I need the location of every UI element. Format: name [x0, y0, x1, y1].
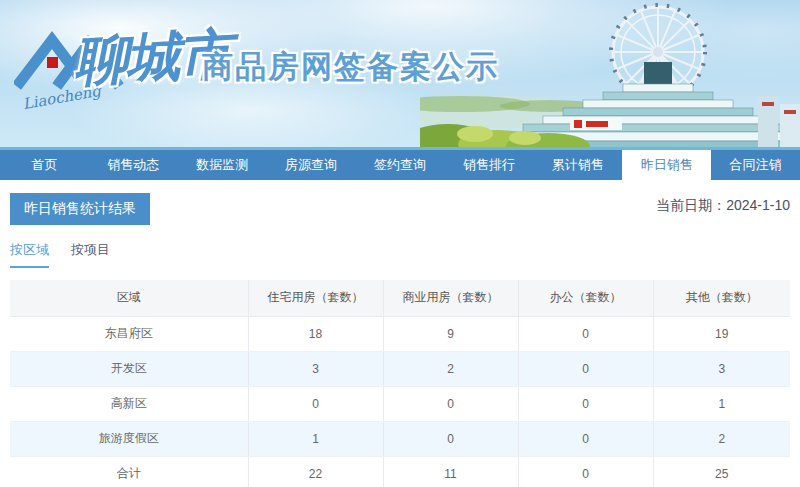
nav-item-9[interactable]: 合同注销 — [711, 150, 800, 180]
table-row: 合计2211025 — [10, 456, 790, 487]
table-row: 开发区3203 — [10, 351, 790, 386]
column-header: 商业用房（套数） — [383, 280, 518, 316]
main-nav: 首页销售动态数据监测房源查询签约查询销售排行累计销售昨日销售合同注销 — [0, 150, 800, 180]
view-tabs: 按区域按项目 — [10, 241, 790, 268]
value-cell: 0 — [518, 351, 653, 386]
region-cell: 东昌府区 — [10, 316, 248, 351]
value-cell: 25 — [653, 456, 790, 487]
sales-stats-table: 区域住宅用房（套数）商业用房（套数）办公（套数）其他（套数） 东昌府区18901… — [10, 280, 790, 487]
value-cell: 1 — [653, 386, 790, 421]
table-body: 东昌府区189019开发区3203高新区0001旅游度假区1002合计22110… — [10, 316, 790, 487]
column-header: 其他（套数） — [653, 280, 790, 316]
site-header: Liaocheng 聊城市 商品房网签备案公示 — [0, 0, 800, 150]
value-cell: 0 — [383, 386, 518, 421]
table-row: 高新区0001 — [10, 386, 790, 421]
region-cell: 旅游度假区 — [10, 421, 248, 456]
nav-item-3[interactable]: 数据监测 — [178, 150, 267, 180]
nav-item-5[interactable]: 签约查询 — [356, 150, 445, 180]
nav-item-7[interactable]: 累计销售 — [533, 150, 622, 180]
column-header: 住宅用房（套数） — [248, 280, 383, 316]
tab-2[interactable]: 按项目 — [71, 241, 110, 268]
nav-item-4[interactable]: 房源查询 — [267, 150, 356, 180]
date-value: 2024-1-10 — [726, 197, 790, 213]
value-cell: 22 — [248, 456, 383, 487]
nav-item-2[interactable]: 销售动态 — [89, 150, 178, 180]
value-cell: 9 — [383, 316, 518, 351]
section-row: 昨日销售统计结果 当前日期：2024-1-10 — [10, 193, 790, 225]
region-cell: 合计 — [10, 456, 248, 487]
value-cell: 0 — [248, 386, 383, 421]
current-date: 当前日期：2024-1-10 — [656, 197, 790, 215]
value-cell: 0 — [518, 456, 653, 487]
value-cell: 11 — [383, 456, 518, 487]
value-cell: 0 — [518, 316, 653, 351]
value-cell: 19 — [653, 316, 790, 351]
nav-item-1[interactable]: 首页 — [0, 150, 89, 180]
value-cell: 1 — [248, 421, 383, 456]
column-header: 区域 — [10, 280, 248, 316]
value-cell: 2 — [383, 351, 518, 386]
section-title-badge: 昨日销售统计结果 — [10, 193, 150, 225]
nav-item-8[interactable]: 昨日销售 — [622, 150, 711, 180]
value-cell: 3 — [653, 351, 790, 386]
column-header: 办公（套数） — [518, 280, 653, 316]
value-cell: 0 — [518, 386, 653, 421]
region-cell: 高新区 — [10, 386, 248, 421]
value-cell: 3 — [248, 351, 383, 386]
table-row: 东昌府区189019 — [10, 316, 790, 351]
tab-1[interactable]: 按区域 — [10, 241, 49, 268]
logo-red-square — [47, 57, 58, 68]
table-header-row: 区域住宅用房（套数）商业用房（套数）办公（套数）其他（套数） — [10, 280, 790, 316]
content: 昨日销售统计结果 当前日期：2024-1-10 按区域按项目 区域住宅用房（套数… — [0, 180, 800, 487]
date-label: 当前日期： — [656, 197, 726, 213]
value-cell: 2 — [653, 421, 790, 456]
value-cell: 18 — [248, 316, 383, 351]
nav-item-6[interactable]: 销售排行 — [444, 150, 533, 180]
header-photo-ferris-wheel — [420, 0, 800, 150]
building-sign — [570, 118, 622, 130]
table-row: 旅游度假区1002 — [10, 421, 790, 456]
value-cell: 0 — [383, 421, 518, 456]
value-cell: 0 — [518, 421, 653, 456]
table-head: 区域住宅用房（套数）商业用房（套数）办公（套数）其他（套数） — [10, 280, 790, 316]
region-cell: 开发区 — [10, 351, 248, 386]
page: Liaocheng 聊城市 商品房网签备案公示 — [0, 0, 800, 487]
